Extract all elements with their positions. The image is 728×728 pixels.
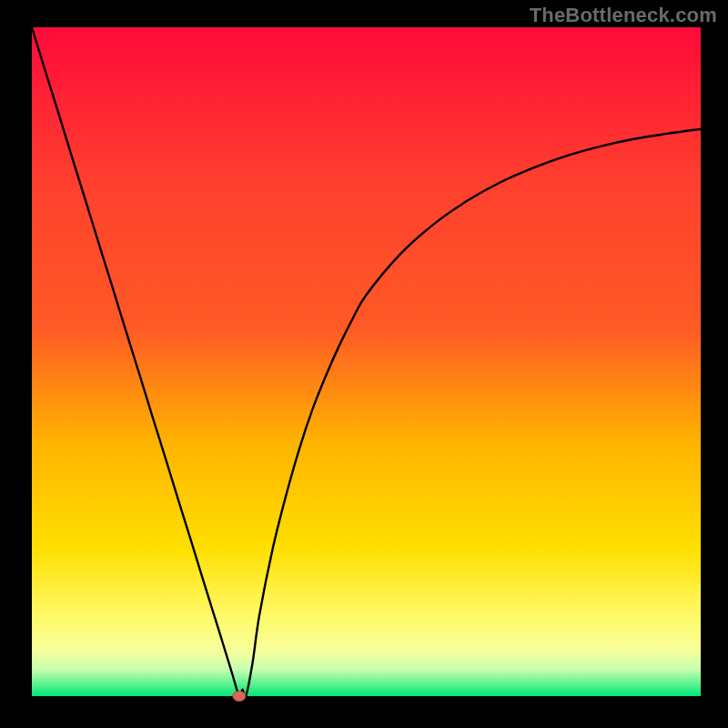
plot-background bbox=[32, 27, 701, 696]
bottleneck-chart bbox=[0, 0, 728, 728]
chart-frame: { "watermark": "TheBottleneck.com", "col… bbox=[0, 0, 728, 728]
minimum-marker bbox=[233, 692, 246, 702]
